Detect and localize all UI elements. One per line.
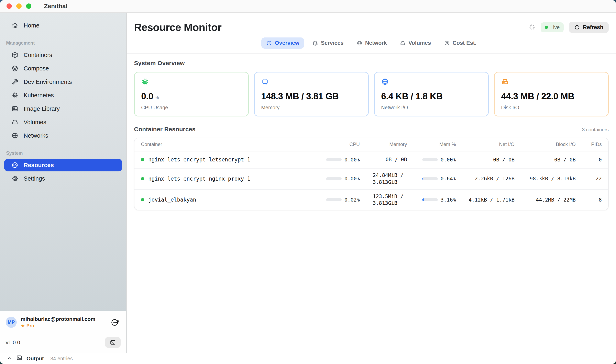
sidebar-section-system: System — [6, 150, 126, 156]
network-io-card: 6.4 KB / 1.8 KB Network I/O — [374, 72, 489, 117]
chevron-up-icon — [7, 356, 12, 361]
sidebar-item-label: Compose — [24, 65, 49, 72]
running-status-icon — [141, 198, 144, 201]
system-overview-heading: System Overview — [134, 60, 609, 66]
sidebar-item-label: Settings — [24, 175, 45, 182]
container-resources-heading: Container Resources — [134, 126, 196, 133]
overview-cards: 0.0% CPU Usage 148.3 MB / 3.81 GB Memory… — [134, 72, 609, 117]
sidebar-item-compose[interactable]: Compose — [4, 62, 122, 75]
header-separator — [127, 53, 616, 53]
ship-wheel-icon — [11, 92, 18, 99]
table-header: Container CPU Memory Mem % Net I/O Block… — [134, 138, 608, 151]
layers-icon — [11, 65, 18, 72]
cpu-usage-card: 0.0% CPU Usage — [134, 72, 249, 117]
dollar-circle-icon — [444, 40, 450, 46]
close-window-button[interactable] — [7, 3, 12, 9]
app-window: Zenithal Home Management Containers — [0, 0, 616, 364]
user-card: MP mihaiburlac@protonmail.com ★ Pro — [0, 311, 126, 333]
cpu-bar — [326, 158, 342, 161]
sidebar-item-settings[interactable]: Settings — [4, 172, 122, 185]
container-count: 3 containers — [582, 127, 609, 132]
output-entries-count: 34 entries — [50, 356, 73, 362]
memory-card: 148.3 MB / 3.81 GB Memory — [254, 72, 369, 117]
sidebar-nav: Home Management Containers Compose Dev E… — [0, 13, 126, 311]
output-statusbar[interactable]: Output 34 entries — [0, 353, 616, 364]
sidebar-item-label: Kubernetes — [24, 92, 54, 99]
loading-spinner-icon — [528, 24, 535, 31]
layers-icon — [312, 40, 318, 46]
terminal-button[interactable] — [105, 337, 121, 348]
sidebar-item-containers[interactable]: Containers — [4, 49, 122, 61]
sidebar-item-resources[interactable]: Resources — [4, 159, 122, 171]
star-icon: ★ — [21, 324, 25, 328]
refresh-button[interactable]: Refresh — [569, 22, 609, 33]
memory-icon — [261, 78, 269, 86]
sidebar-item-label: Home — [24, 22, 39, 29]
user-email: mihaiburlac@protonmail.com — [21, 316, 105, 322]
cpu-icon — [141, 78, 149, 86]
page-title: Resource Monitor — [134, 21, 221, 33]
globe-icon — [357, 40, 362, 46]
terminal-icon — [110, 339, 116, 345]
desktop-background: Zenithal Home Management Containers — [0, 0, 616, 364]
globe-icon — [381, 78, 389, 86]
tab-bar: Overview Services Network Volumes — [134, 38, 609, 49]
sidebar: Home Management Containers Compose Dev E… — [0, 13, 127, 353]
window-title: Zenithal — [44, 3, 67, 10]
sidebar-item-home[interactable]: Home — [4, 19, 122, 32]
table-row[interactable]: nginx-lets-encrypt-letsencrypt-1 0.00% 0… — [134, 151, 608, 168]
zoom-window-button[interactable] — [26, 3, 31, 9]
mem-bar — [422, 198, 438, 201]
sign-out-button[interactable] — [109, 317, 121, 328]
sidebar-item-dev-environments[interactable]: Dev Environments — [4, 76, 122, 88]
container-table: Container CPU Memory Mem % Net I/O Block… — [134, 138, 609, 210]
tab-network[interactable]: Network — [352, 38, 392, 49]
tab-volumes[interactable]: Volumes — [395, 38, 436, 49]
terminal-icon — [16, 355, 22, 362]
live-dot-icon — [545, 26, 548, 29]
cpu-bar — [326, 177, 342, 180]
cpu-bar — [326, 198, 342, 201]
tab-cost-est[interactable]: Cost Est. — [439, 38, 481, 49]
table-row[interactable]: nginx-lets-encrypt-nginx-proxy-1 0.00% 2… — [134, 168, 608, 189]
sidebar-section-management: Management — [6, 40, 126, 46]
sidebar-item-networks[interactable]: Networks — [4, 129, 122, 142]
minimize-window-button[interactable] — [16, 3, 22, 9]
disk-io-card: 44.3 MB / 22.0 MB Disk I/O — [494, 72, 609, 117]
running-status-icon — [141, 158, 144, 161]
hammer-icon — [11, 78, 18, 85]
hard-drive-icon — [501, 78, 509, 86]
table-row[interactable]: jovial_elbakyan 0.02% 123.5MiB / 3.813Gi… — [134, 189, 608, 210]
sidebar-item-label: Containers — [24, 52, 52, 58]
tab-services[interactable]: Services — [308, 38, 348, 49]
image-icon — [11, 105, 18, 112]
package-icon — [11, 52, 18, 58]
avatar: MP — [6, 317, 17, 328]
sidebar-item-label: Networks — [24, 132, 48, 139]
refresh-icon — [574, 25, 580, 30]
mem-bar — [422, 158, 438, 161]
sidebar-item-label: Image Library — [24, 105, 60, 112]
output-label: Output — [27, 355, 44, 362]
titlebar: Zenithal — [0, 0, 616, 13]
sidebar-item-label: Dev Environments — [24, 78, 72, 85]
gauge-icon — [266, 40, 272, 46]
plan-badge: Pro — [27, 323, 34, 329]
globe-icon — [11, 132, 18, 139]
sign-out-icon — [110, 318, 119, 327]
home-icon — [11, 22, 18, 29]
sidebar-item-label: Resources — [24, 162, 54, 169]
sidebar-item-kubernetes[interactable]: Kubernetes — [4, 89, 122, 102]
hard-drive-icon — [400, 40, 406, 46]
sidebar-footer: MP mihaiburlac@protonmail.com ★ Pro — [0, 311, 126, 353]
sidebar-item-image-library[interactable]: Image Library — [4, 102, 122, 115]
gauge-icon — [11, 162, 18, 169]
hard-drive-icon — [11, 119, 18, 126]
gear-icon — [11, 175, 18, 182]
tab-overview[interactable]: Overview — [261, 38, 304, 49]
sidebar-item-volumes[interactable]: Volumes — [4, 116, 122, 129]
live-status-badge: Live — [541, 22, 564, 32]
running-status-icon — [141, 177, 144, 180]
app-version: v1.0.0 — [6, 339, 20, 346]
main-content: Resource Monitor — [127, 13, 616, 353]
